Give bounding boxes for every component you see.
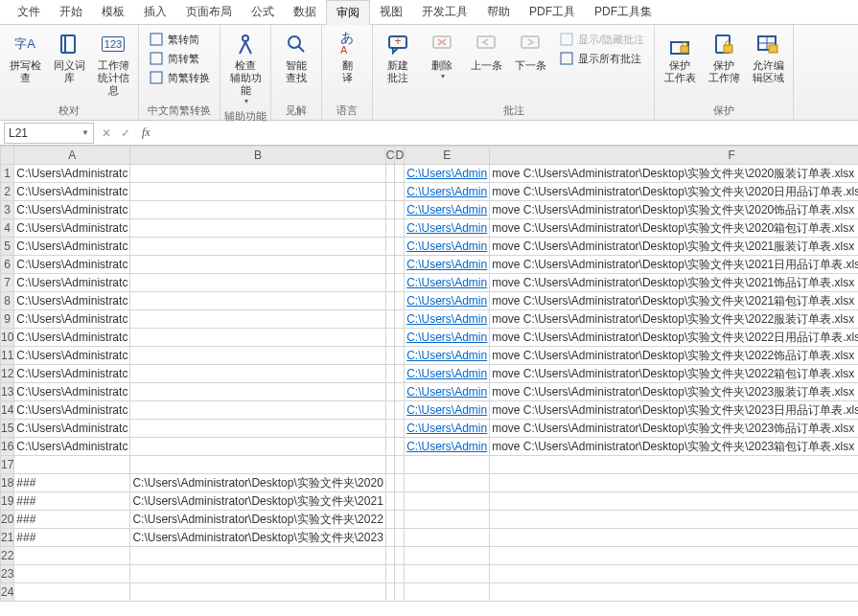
cell-C2[interactable]	[385, 183, 395, 201]
cell-E1[interactable]: C:\Users\Admin	[405, 165, 490, 183]
cell-E5[interactable]: C:\Users\Admin	[405, 238, 490, 256]
tab-数据[interactable]: 数据	[284, 0, 326, 24]
cell-A6[interactable]: C:\Users\Administratc	[14, 256, 130, 274]
cell-C16[interactable]	[385, 438, 395, 456]
cell-D22[interactable]	[395, 547, 405, 565]
trad-to-simp-button[interactable]: 繁转简	[145, 31, 214, 48]
cell-B23[interactable]	[130, 565, 385, 583]
cell-A17[interactable]	[14, 456, 130, 474]
tab-模板[interactable]: 模板	[92, 0, 134, 24]
cell-C24[interactable]	[385, 583, 395, 602]
row-header-19[interactable]: 19	[1, 492, 14, 511]
cell-B17[interactable]	[130, 456, 385, 474]
cell-E20[interactable]	[405, 511, 490, 529]
cell-C11[interactable]	[385, 347, 395, 365]
cell-F1[interactable]: move C:\Users\Administrator\Desktop\实验文件…	[490, 165, 858, 183]
cell-C14[interactable]	[385, 401, 395, 420]
cell-D23[interactable]	[395, 565, 405, 583]
cell-C10[interactable]	[385, 329, 395, 347]
row-header-7[interactable]: 7	[1, 274, 14, 292]
cell-A8[interactable]: C:\Users\Administratc	[14, 292, 130, 310]
cell-F20[interactable]	[490, 511, 858, 529]
cell-F6[interactable]: move C:\Users\Administrator\Desktop\实验文件…	[490, 256, 858, 274]
cell-F15[interactable]: move C:\Users\Administrator\Desktop\实验文件…	[490, 420, 858, 438]
cell-E23[interactable]	[405, 565, 490, 583]
row-header-20[interactable]: 20	[1, 511, 14, 529]
cell-B24[interactable]	[130, 583, 385, 602]
translate-button[interactable]: あA翻译	[326, 29, 368, 86]
cell-D21[interactable]	[395, 529, 405, 547]
cell-A22[interactable]	[14, 547, 130, 565]
cell-A9[interactable]: C:\Users\Administratc	[14, 310, 130, 329]
cell-E22[interactable]	[405, 547, 490, 565]
cell-E15[interactable]: C:\Users\Admin	[405, 420, 490, 438]
cell-A13[interactable]: C:\Users\Administratc	[14, 383, 130, 401]
cell-D13[interactable]	[395, 383, 405, 401]
simp-to-trad-button[interactable]: 简转繁	[145, 50, 214, 67]
cell-B1[interactable]	[130, 165, 385, 183]
formula-input[interactable]	[156, 123, 858, 144]
row-header-10[interactable]: 10	[1, 329, 14, 347]
spreadsheet-grid[interactable]: ABCDEFGHIJKLMNO1C:\Users\AdministratcC:\…	[0, 146, 858, 616]
cell-B10[interactable]	[130, 329, 385, 347]
cell-A11[interactable]: C:\Users\Administratc	[14, 347, 130, 365]
cell-A14[interactable]: C:\Users\Administratc	[14, 401, 130, 420]
cell-A3[interactable]: C:\Users\Administratc	[14, 201, 130, 219]
cell-F18[interactable]	[490, 474, 858, 492]
cell-D2[interactable]	[395, 183, 405, 201]
cell-F14[interactable]: move C:\Users\Administrator\Desktop\实验文件…	[490, 401, 858, 420]
cell-A7[interactable]: C:\Users\Administratc	[14, 274, 130, 292]
col-header-F[interactable]: F	[490, 147, 858, 165]
cell-B9[interactable]	[130, 310, 385, 329]
cell-F12[interactable]: move C:\Users\Administrator\Desktop\实验文件…	[490, 365, 858, 383]
cell-D14[interactable]	[395, 401, 405, 420]
thesaurus-button[interactable]: 同义词库	[48, 29, 90, 86]
smart-lookup-button[interactable]: 智能查找	[275, 29, 317, 86]
tab-帮助[interactable]: 帮助	[477, 0, 520, 24]
cell-E3[interactable]: C:\Users\Admin	[405, 201, 490, 219]
protect-sheet-button[interactable]: 保护工作表	[659, 29, 701, 86]
row-header-18[interactable]: 18	[1, 474, 14, 492]
cell-F7[interactable]: move C:\Users\Administrator\Desktop\实验文件…	[490, 274, 858, 292]
cell-D24[interactable]	[395, 583, 405, 602]
cell-E21[interactable]	[405, 529, 490, 547]
cell-C8[interactable]	[385, 292, 395, 310]
cell-D12[interactable]	[395, 365, 405, 383]
tab-开发工具[interactable]: 开发工具	[412, 0, 477, 24]
cell-F8[interactable]: move C:\Users\Administrator\Desktop\实验文件…	[490, 292, 858, 310]
tab-审阅[interactable]: 审阅	[326, 0, 370, 25]
new-comment-button[interactable]: +新建批注	[377, 29, 419, 86]
tab-页面布局[interactable]: 页面布局	[176, 0, 242, 24]
cell-A5[interactable]: C:\Users\Administratc	[14, 238, 130, 256]
row-header-8[interactable]: 8	[1, 292, 14, 310]
show-all-comments-button[interactable]: 显示所有批注	[555, 50, 648, 67]
spellcheck-button[interactable]: 字A拼写检查	[4, 29, 46, 86]
row-header-6[interactable]: 6	[1, 256, 14, 274]
col-header-E[interactable]: E	[405, 147, 490, 165]
cell-E24[interactable]	[405, 583, 490, 602]
cell-A20[interactable]: ###	[14, 511, 130, 529]
cell-D19[interactable]	[395, 492, 405, 511]
col-header-B[interactable]: B	[130, 147, 385, 165]
cell-A2[interactable]: C:\Users\Administratc	[14, 183, 130, 201]
row-header-3[interactable]: 3	[1, 201, 14, 219]
col-header-D[interactable]: D	[395, 147, 405, 165]
cell-B2[interactable]	[130, 183, 385, 201]
cell-D5[interactable]	[395, 238, 405, 256]
tab-视图[interactable]: 视图	[370, 0, 412, 24]
cell-C5[interactable]	[385, 238, 395, 256]
cell-C22[interactable]	[385, 547, 395, 565]
row-header-9[interactable]: 9	[1, 310, 14, 329]
cell-B20[interactable]: C:\Users\Administrator\Desktop\实验文件夹\202…	[130, 511, 385, 529]
row-header-15[interactable]: 15	[1, 420, 14, 438]
cell-F24[interactable]	[490, 583, 858, 602]
col-header-A[interactable]: A	[14, 147, 130, 165]
tab-开始[interactable]: 开始	[50, 0, 92, 24]
allow-edit-ranges-button[interactable]: 允许编辑区域	[747, 29, 789, 86]
cell-D18[interactable]	[395, 474, 405, 492]
row-header-14[interactable]: 14	[1, 401, 14, 420]
simp-trad-convert-button[interactable]: 简繁转换	[145, 69, 214, 86]
protect-workbook-button[interactable]: 保护工作簿	[703, 29, 745, 86]
cell-F2[interactable]: move C:\Users\Administrator\Desktop\实验文件…	[490, 183, 858, 201]
cell-B16[interactable]	[130, 438, 385, 456]
